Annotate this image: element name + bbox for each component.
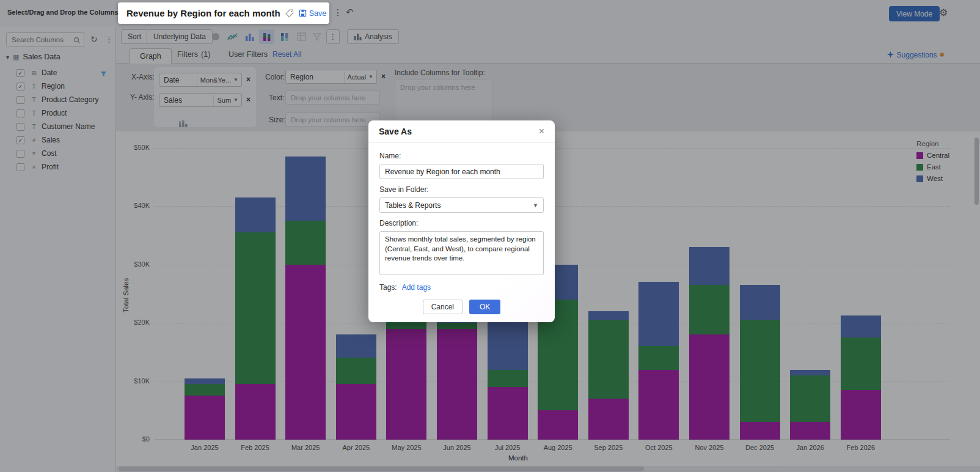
add-tags-link[interactable]: Add tags xyxy=(402,283,431,292)
name-label: Name: xyxy=(379,152,544,160)
save-icon xyxy=(299,9,307,17)
close-icon[interactable]: × xyxy=(539,127,544,136)
save-as-dialog: Save As × Name: Save in Folder: Tables &… xyxy=(368,120,555,322)
name-input[interactable] xyxy=(379,164,544,179)
dialog-header: Save As × xyxy=(368,120,555,143)
ok-button[interactable]: OK xyxy=(469,300,500,314)
report-title: Revenue by Region for each month xyxy=(126,8,280,18)
save-button[interactable]: Save xyxy=(299,9,327,18)
report-title-bar: Revenue by Region for each month Save xyxy=(118,2,329,24)
description-textarea[interactable]: Shows monthly total sales, segmented by … xyxy=(379,231,544,275)
cancel-button[interactable]: Cancel xyxy=(423,300,463,314)
tags-label: Tags: xyxy=(379,283,397,292)
tag-icon[interactable] xyxy=(285,9,294,18)
description-label: Description: xyxy=(379,219,544,227)
dialog-title: Save As xyxy=(379,127,539,136)
folder-label: Save in Folder: xyxy=(379,185,544,194)
folder-value: Tables & Reports xyxy=(385,201,533,210)
folder-select[interactable]: Tables & Reports ▼ xyxy=(379,197,544,213)
save-label: Save xyxy=(309,9,327,18)
chevron-down-icon: ▼ xyxy=(533,202,538,208)
